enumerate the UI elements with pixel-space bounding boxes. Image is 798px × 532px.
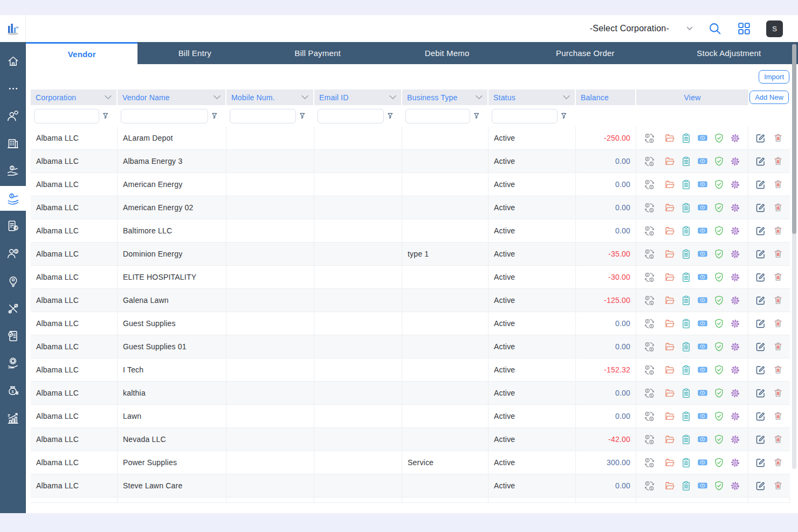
table-row[interactable]: Albama LLC Dominion Energy type 1 Active…: [31, 243, 790, 266]
edit-icon[interactable]: [755, 411, 766, 422]
edit-icon[interactable]: [755, 156, 766, 167]
folder-icon[interactable]: [664, 364, 676, 376]
sort-chevron-icon[interactable]: [476, 95, 483, 100]
delete-icon[interactable]: [773, 364, 783, 375]
tab-vendor[interactable]: Vendor: [26, 42, 137, 64]
currency-exchange-icon[interactable]: $ $: [643, 410, 656, 423]
delete-icon[interactable]: [773, 179, 783, 190]
folder-icon[interactable]: [664, 156, 676, 167]
currency-exchange-icon[interactable]: $ $: [643, 341, 656, 353]
tab-debit-memo[interactable]: Debit Memo: [383, 42, 511, 64]
column-header-business-type[interactable]: Business Type: [402, 89, 489, 105]
table-row[interactable]: Albama LLC kalthia Active 0.00 $ $: [31, 382, 790, 405]
shield-check-icon[interactable]: [713, 457, 725, 468]
filter-funnel-icon[interactable]: [102, 112, 109, 120]
delete-icon[interactable]: [773, 480, 783, 491]
folder-icon[interactable]: [664, 272, 676, 283]
tab-bill-payment[interactable]: Bill Payment: [252, 42, 383, 64]
clipboard-icon[interactable]: [680, 411, 692, 422]
clipboard-icon[interactable]: [680, 434, 692, 445]
settings-gear-icon[interactable]: [730, 248, 741, 260]
cash-view-icon[interactable]: [697, 225, 708, 237]
cash-view-icon[interactable]: [697, 132, 708, 144]
column-header-mobile[interactable]: Mobile Num.: [226, 89, 314, 105]
cash-view-icon[interactable]: [697, 294, 708, 306]
delete-icon[interactable]: [773, 457, 783, 468]
filter-funnel-icon[interactable]: [299, 112, 306, 120]
column-header-vendor-name[interactable]: Vendor Name: [118, 89, 226, 105]
table-row[interactable]: Albama LLC Albama Energy 3 Active 0.00 $…: [31, 150, 790, 173]
currency-exchange-icon[interactable]: $ $: [643, 480, 656, 492]
sort-chevron-icon[interactable]: [105, 95, 112, 100]
avatar[interactable]: S: [766, 20, 783, 37]
settings-gear-icon[interactable]: [730, 202, 741, 213]
clipboard-icon[interactable]: [680, 388, 692, 399]
clipboard-icon[interactable]: [680, 272, 692, 283]
currency-exchange-icon[interactable]: $ $: [643, 155, 656, 168]
shield-check-icon[interactable]: [713, 318, 725, 329]
cash-view-icon[interactable]: [697, 410, 708, 422]
sort-chevron-icon[interactable]: [563, 95, 570, 100]
table-row[interactable]: Albama LLC American Energy 02 Active 0.0…: [31, 196, 790, 219]
folder-icon[interactable]: [664, 341, 676, 353]
currency-exchange-icon[interactable]: $ $: [643, 178, 656, 191]
clipboard-icon[interactable]: [680, 341, 692, 353]
sidebar-item-approvals[interactable]: [0, 323, 26, 348]
table-row[interactable]: Albama LLC Steve Lawn Care Active 0.00 $…: [31, 474, 790, 498]
delete-icon[interactable]: [773, 341, 783, 352]
shield-check-icon[interactable]: [713, 133, 725, 144]
edit-icon[interactable]: [755, 202, 766, 213]
settings-gear-icon[interactable]: [730, 295, 741, 306]
table-row[interactable]: Albama LLC ELITE HOSPITALITY Active -30.…: [31, 266, 790, 289]
cash-view-icon[interactable]: [697, 202, 708, 213]
sort-chevron-icon[interactable]: [389, 95, 396, 100]
edit-icon[interactable]: [755, 133, 766, 144]
settings-gear-icon[interactable]: [730, 411, 741, 422]
filter-input-corporation[interactable]: [34, 109, 99, 123]
cash-view-icon[interactable]: [697, 457, 708, 468]
settings-gear-icon[interactable]: [730, 457, 741, 468]
filter-input-email[interactable]: [318, 109, 384, 123]
edit-icon[interactable]: [755, 457, 766, 468]
table-row[interactable]: Albama LLC ALaram Depot Active -250.00 $…: [31, 127, 790, 150]
table-row[interactable]: Albama LLC Nevada LLC Active -42.00 $ $: [31, 428, 790, 451]
import-button[interactable]: Import: [759, 70, 789, 84]
filter-funnel-icon[interactable]: [473, 112, 480, 120]
table-row[interactable]: Albama LLC Guest Supplies 01 Active 0.00…: [31, 335, 790, 358]
clipboard-icon[interactable]: [680, 480, 692, 492]
app-logo[interactable]: [0, 15, 26, 42]
delete-icon[interactable]: [773, 295, 783, 306]
settings-gear-icon[interactable]: [730, 341, 741, 353]
folder-icon[interactable]: [664, 295, 676, 306]
cash-view-icon[interactable]: [697, 317, 708, 329]
settings-gear-icon[interactable]: [730, 480, 741, 492]
sidebar-item-reports[interactable]: [0, 406, 26, 431]
settings-gear-icon[interactable]: [730, 364, 741, 376]
sidebar-item-tools[interactable]: [0, 296, 26, 321]
shield-check-icon[interactable]: [713, 411, 725, 422]
shield-check-icon[interactable]: [713, 248, 725, 260]
edit-icon[interactable]: [755, 248, 766, 260]
shield-check-icon[interactable]: [713, 202, 725, 213]
shield-check-icon[interactable]: [713, 434, 725, 445]
tab-purchase-order[interactable]: Purchase Order: [511, 42, 660, 64]
cash-view-icon[interactable]: [697, 387, 708, 399]
delete-icon[interactable]: [773, 388, 783, 398]
shield-check-icon[interactable]: [713, 295, 725, 306]
shield-check-icon[interactable]: [713, 156, 725, 167]
clipboard-icon[interactable]: [680, 248, 692, 260]
currency-exchange-icon[interactable]: $ $: [643, 387, 656, 399]
shield-check-icon[interactable]: [713, 179, 725, 190]
settings-gear-icon[interactable]: [730, 225, 741, 237]
filter-funnel-icon[interactable]: [387, 112, 394, 120]
clipboard-icon[interactable]: [680, 202, 692, 213]
edit-icon[interactable]: [755, 318, 766, 329]
cash-view-icon[interactable]: [697, 433, 708, 445]
table-row[interactable]: Albama LLC Guest Supplies Active 0.00 $ …: [31, 312, 790, 335]
clipboard-icon[interactable]: [680, 156, 692, 167]
delete-icon[interactable]: [773, 434, 783, 445]
shield-check-icon[interactable]: [713, 388, 725, 399]
column-header-corporation[interactable]: Corporation: [31, 89, 118, 105]
edit-icon[interactable]: [755, 179, 766, 190]
folder-icon[interactable]: [664, 318, 676, 329]
